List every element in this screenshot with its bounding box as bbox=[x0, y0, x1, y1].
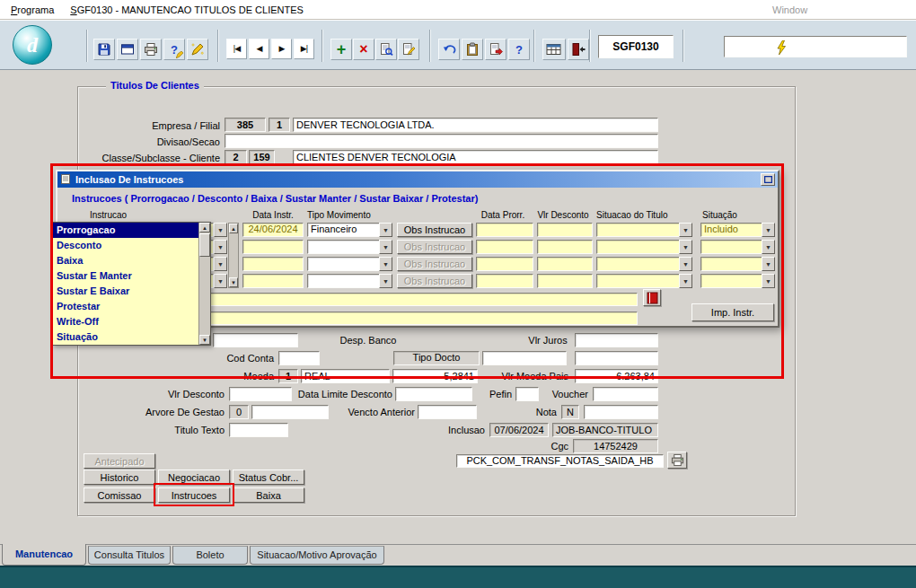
help-button[interactable]: ? bbox=[508, 39, 530, 60]
nav-next-button[interactable]: ▶ bbox=[271, 39, 292, 59]
help-tools-button[interactable]: ? bbox=[163, 39, 185, 60]
transfer-button[interactable] bbox=[485, 39, 506, 60]
tipo-movimento-arrow-row3[interactable]: ▼ bbox=[379, 257, 392, 271]
wizard-button[interactable] bbox=[187, 39, 208, 60]
tab-situacao-motivo-aprovacao[interactable]: Situacao/Motivo Aprovação bbox=[250, 546, 384, 565]
dropdown-scroll-thumb[interactable] bbox=[199, 233, 210, 257]
tipo-movimento-arrow-row2[interactable]: ▼ bbox=[379, 240, 392, 254]
delete-record-button[interactable]: × bbox=[353, 39, 374, 60]
tab-boleto[interactable]: Boleto bbox=[172, 546, 248, 565]
situacao-combo-row3[interactable] bbox=[700, 257, 762, 271]
nota-field[interactable]: N bbox=[561, 405, 579, 419]
dialog-maximize-button[interactable] bbox=[761, 173, 775, 186]
menu-programa[interactable]: Programa bbox=[7, 3, 57, 17]
data-instr-field-row2[interactable] bbox=[242, 240, 304, 254]
cliente-nome-field[interactable]: CLIENTES DENVER TECNOLOGIA bbox=[293, 150, 658, 164]
nav-first-button[interactable]: |◀ bbox=[226, 39, 247, 59]
arvore-field[interactable]: 0 bbox=[229, 405, 249, 419]
situacao-titulo-combo-row3[interactable] bbox=[596, 257, 680, 271]
dropdown-item-write-off[interactable]: Write-Off bbox=[53, 314, 198, 329]
print-rotina-button[interactable] bbox=[667, 452, 687, 469]
data-instr-field-row4[interactable] bbox=[242, 274, 304, 288]
tipo-movimento-combo-row1[interactable]: Financeiro bbox=[307, 223, 380, 237]
tipo-movimento-combo-row3[interactable] bbox=[307, 257, 380, 271]
data-prorr-field-row2[interactable] bbox=[476, 240, 533, 254]
divisao-field[interactable] bbox=[225, 134, 658, 148]
dropdown-item-prorrogacao[interactable]: Prorrogacao bbox=[53, 223, 198, 238]
add-record-button[interactable]: + bbox=[330, 39, 352, 60]
dropdown-item-sustar-baixar[interactable]: Sustar E Baixar bbox=[53, 284, 198, 299]
menu-window[interactable]: Window bbox=[772, 4, 807, 15]
tipo-docto-field[interactable] bbox=[482, 351, 567, 365]
dropdown-item-situacao[interactable]: Situação bbox=[53, 329, 198, 345]
instrucao-combo-arrow-row1[interactable]: ▼ bbox=[214, 223, 227, 237]
situacao-titulo-arrow-row2[interactable]: ▼ bbox=[679, 240, 692, 254]
nota-extra-field[interactable] bbox=[584, 405, 658, 419]
empresa-nome-field[interactable]: DENVER TECNOLOGIA LTDA. bbox=[293, 118, 658, 132]
dropdown-scroll-down[interactable]: ▼ bbox=[199, 335, 210, 345]
dropdown-item-baixa[interactable]: Baixa bbox=[53, 253, 198, 268]
red-book-button[interactable] bbox=[643, 289, 661, 306]
data-prorr-field-row3[interactable] bbox=[476, 257, 533, 271]
tab-manutencao[interactable]: Manutencao bbox=[2, 544, 86, 566]
dropdown-item-protestar[interactable]: Protestar bbox=[53, 299, 198, 314]
situacao-arrow-row3[interactable]: ▼ bbox=[762, 257, 775, 271]
situacao-titulo-arrow-row4[interactable]: ▼ bbox=[679, 274, 692, 288]
vlr-desconto-field-row2[interactable] bbox=[537, 240, 593, 254]
moeda-taxa-field[interactable]: 5,2841 bbox=[392, 369, 478, 383]
dropdown-scrollbar[interactable]: ▲ ▼ bbox=[198, 223, 210, 345]
instrucao-combo-arrow-row4[interactable]: ▼ bbox=[214, 274, 227, 288]
quick-access-input[interactable] bbox=[724, 36, 907, 57]
arvore-desc-field[interactable] bbox=[251, 405, 329, 419]
vlr-desconto-field[interactable] bbox=[229, 387, 292, 401]
data-limite-field[interactable] bbox=[395, 387, 472, 401]
grid-scrollbar[interactable]: ▲ ▼ bbox=[228, 223, 239, 288]
moeda-num-field[interactable]: 1 bbox=[278, 369, 298, 383]
data-prorr-field-row4[interactable] bbox=[476, 274, 533, 288]
vencto-anterior-field[interactable] bbox=[418, 405, 477, 419]
situacao-titulo-combo-row4[interactable] bbox=[596, 274, 680, 288]
tab-consulta-titulos[interactable]: Consulta Titulos bbox=[88, 546, 171, 565]
docto-extra-field[interactable] bbox=[575, 351, 658, 365]
browse-table-button[interactable] bbox=[542, 39, 566, 60]
scroll-down-button[interactable]: ▼ bbox=[229, 277, 238, 287]
instrucao-combo-arrow-row3[interactable]: ▼ bbox=[214, 257, 227, 271]
data-instr-field-row3[interactable] bbox=[242, 257, 304, 271]
despesa-field[interactable] bbox=[213, 333, 298, 347]
moeda-nome-field[interactable]: REAL bbox=[301, 369, 390, 383]
vlr-moeda-pais-field[interactable]: 6.263,84 bbox=[575, 369, 658, 383]
situacao-arrow-row2[interactable]: ▼ bbox=[762, 240, 775, 254]
tipo-movimento-combo-row2[interactable] bbox=[307, 240, 380, 254]
empresa-field[interactable]: 385 bbox=[225, 118, 266, 132]
comissao-button[interactable]: Comissao bbox=[84, 487, 155, 503]
modify-query-button[interactable] bbox=[398, 39, 419, 60]
cod-conta-field[interactable] bbox=[278, 351, 320, 365]
data-instr-field-row1[interactable]: 24/06/2024 bbox=[242, 223, 304, 237]
filial-field[interactable]: 1 bbox=[269, 118, 290, 132]
status-cobr-button[interactable]: Status Cobr... bbox=[233, 470, 304, 485]
window-button[interactable] bbox=[117, 39, 138, 60]
negociacao-button[interactable]: Negociacao bbox=[158, 470, 230, 485]
tipo-movimento-combo-row4[interactable] bbox=[307, 274, 380, 288]
query-button[interactable] bbox=[375, 39, 397, 60]
historico-button[interactable]: Historico bbox=[84, 470, 155, 485]
vlr-desconto-field-row1[interactable] bbox=[537, 223, 593, 237]
paste-button[interactable] bbox=[462, 39, 483, 60]
dropdown-scroll-up[interactable]: ▲ bbox=[199, 223, 210, 233]
nav-last-button[interactable]: ▶| bbox=[294, 39, 314, 59]
tipo-movimento-arrow-row4[interactable]: ▼ bbox=[379, 274, 392, 288]
instrucao-combo-arrow-row2[interactable]: ▼ bbox=[214, 240, 227, 254]
baixa-button[interactable]: Baixa bbox=[233, 487, 304, 503]
data-prorr-field-row1[interactable] bbox=[476, 223, 533, 237]
nav-prev-button[interactable]: ◀ bbox=[249, 39, 269, 59]
pefin-field[interactable] bbox=[515, 387, 539, 401]
exit-button[interactable] bbox=[568, 39, 589, 60]
undo-button[interactable] bbox=[438, 39, 460, 60]
classe-field[interactable]: 2 bbox=[225, 150, 247, 164]
situacao-titulo-arrow-row1[interactable]: ▼ bbox=[679, 223, 692, 237]
situacao-arrow-row1[interactable]: ▼ bbox=[762, 223, 775, 237]
subclasse-field[interactable]: 159 bbox=[249, 150, 275, 164]
vlr-desconto-field-row4[interactable] bbox=[537, 274, 593, 288]
situacao-titulo-arrow-row3[interactable]: ▼ bbox=[679, 257, 692, 271]
save-button[interactable] bbox=[93, 39, 115, 60]
